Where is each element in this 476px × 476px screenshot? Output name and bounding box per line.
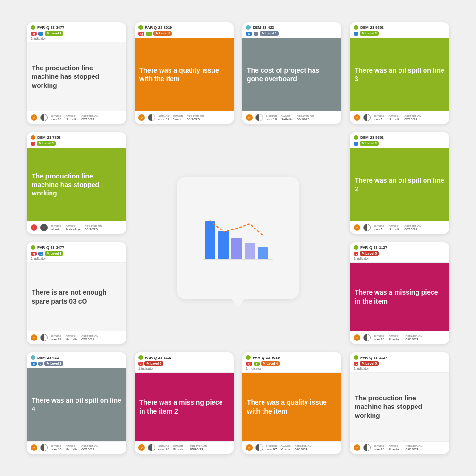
footer-info: AUTHORuser 10 OWNERNathalie CREATED ON06…: [266, 115, 338, 121]
indicator-text: 1 indicator: [31, 257, 122, 260]
footer-info: AUTHORuser 96 OWNERShantam CREATED ON05/…: [374, 445, 445, 451]
count-badge: 2: [246, 444, 253, 451]
card-id: PAR-Q-23-8019: [145, 26, 172, 30]
card-par-q-23-3477-2[interactable]: PAR-Q-23-3477 Q - ✎ Level 3 1 indicator …: [27, 242, 126, 344]
level-badge: ✎ Level 3: [45, 31, 64, 36]
action-badge: -: [38, 252, 43, 256]
card-par-q-23-1127-3[interactable]: PAR-Q-23-1127 - ✎ Level 5 1 indicator Th…: [350, 352, 449, 454]
card-message: There was an oil spill on line 3: [355, 66, 444, 83]
card-footer: 2 AUTHORuser 97 OWNERYoann CREATED ON06/…: [242, 441, 341, 454]
status-dot: [31, 135, 35, 140]
level-badge: ✎ Level 4: [261, 361, 280, 366]
level-badge: ✎ Level 5: [144, 361, 163, 366]
card-par-q-23-3477-1[interactable]: PAR-Q-23-3477 Q - ✎ Level 3 1 indicator …: [27, 22, 126, 124]
footer-info: AUTHORuser 98 OWNERNathalie CREATED ON05…: [51, 115, 122, 121]
type-badge: Q: [31, 32, 37, 36]
card-header: PAR-Q-23-1127 - ✎ Level 5 1 indicator: [350, 352, 449, 373]
status-dot: [246, 355, 251, 360]
footer-info: AUTHORuser 97 OWNERYoann CREATED ON05/10…: [158, 115, 230, 121]
level-badge: ✎ Level 3: [360, 31, 379, 36]
count-badge: 2: [138, 444, 145, 451]
avatar: [255, 444, 263, 451]
svg-rect-4: [258, 247, 268, 259]
action-badge: +: [146, 32, 152, 36]
action-badge: -: [138, 362, 143, 366]
card-dem-23-9602-1[interactable]: DEM-23-9602 - ✎ Level 3 There was an oil…: [350, 22, 449, 124]
card-header: PAR-Q-23-3477 Q - ✎ Level 3 1 indicator: [27, 22, 126, 42]
avatar: [40, 114, 48, 121]
card-par-q-23-1127-2[interactable]: PAR-Q-23-1127 - ✎ Level 5 1 indicator Th…: [135, 352, 234, 454]
card-id: PAR-Q-23-3477: [37, 26, 64, 30]
card-message: The production line machine has stopped …: [355, 394, 444, 420]
card-id: PAR-Q-23-8019: [253, 356, 280, 360]
indicator-text: 1 indicator: [354, 367, 445, 370]
card-body: There was an oil spill on line 2: [350, 148, 449, 221]
level-badge: ✎ Level 4: [153, 31, 172, 36]
level-badge: ✎ Level 1: [44, 361, 63, 366]
level-badge: ✎ Level 3: [360, 141, 379, 146]
card-message: There was a quality issue with the item: [139, 66, 229, 83]
chart-area: [135, 132, 341, 344]
card-header: DEM-23-422 C - ✎ Level 1: [242, 22, 341, 38]
status-dot: [31, 25, 35, 30]
count-badge: 2: [354, 114, 360, 121]
card-id: PAR-Q-23-3477: [37, 246, 64, 250]
card-id: DEM-23-9602: [360, 136, 384, 140]
card-header: DEM-23-7853 - ✎ Level 2: [27, 132, 126, 148]
svg-rect-3: [245, 243, 255, 259]
card-body: The cost of project has gone overboard: [242, 38, 341, 111]
action-badge: +: [254, 362, 259, 366]
card-dem-23-9602-2[interactable]: DEM-23-9602 - ✎ Level 3 There was an oil…: [350, 132, 449, 234]
card-header: PAR-Q-23-1127 - ✎ Level 5 1 indicator: [135, 352, 234, 373]
card-par-q-23-8019-2[interactable]: PAR-Q-23-8019 Q + ✎ Level 4 1 indicator …: [242, 352, 341, 454]
type-badge: Q: [31, 252, 37, 256]
card-dem-23-7853[interactable]: DEM-23-7853 - ✎ Level 2 The production l…: [27, 132, 126, 234]
card-message: There was a missing piece in the item: [355, 288, 444, 305]
count-badge: 2: [31, 334, 37, 341]
status-dot: [31, 245, 35, 250]
avatar: [40, 334, 48, 341]
bar-chart: [200, 207, 276, 269]
footer-info: AUTHORuser 98 OWNERNathalie CREATED ON05…: [51, 335, 122, 341]
card-dem-23-422-2[interactable]: DEM-23-422 C - ✎ Level 1 There was an oi…: [27, 352, 126, 454]
card-grid: PAR-Q-23-3477 Q - ✎ Level 3 1 indicator …: [13, 8, 463, 468]
card-id: DEM-23-9602: [360, 26, 384, 30]
card-id: DEM-23-7853: [37, 136, 61, 140]
footer-info: AUTHORuser 96 OWNERShantam CREATED ON05/…: [374, 335, 445, 341]
card-dem-23-422-1[interactable]: DEM-23-422 C - ✎ Level 1 The cost of pro…: [242, 22, 341, 124]
level-badge: ✎ Level 5: [360, 361, 379, 366]
card-body: There was an oil spill on line 4: [27, 368, 126, 441]
count-badge: 2: [31, 444, 37, 451]
footer-info: AUTHORuser 96 OWNERShantam CREATED ON05/…: [158, 445, 230, 451]
card-message: The production line machine has stopped …: [32, 64, 121, 90]
type-badge: C: [31, 362, 37, 366]
type-badge: C: [246, 32, 252, 36]
card-par-q-23-1127-1[interactable]: PAR-Q-23-1127 - ✎ Level 5 1 indicator Th…: [350, 242, 449, 344]
card-header: PAR-Q-23-3477 Q - ✎ Level 3 1 indicator: [27, 242, 126, 263]
action-badge: -: [38, 362, 43, 366]
card-id: PAR-Q-23-1127: [360, 356, 387, 360]
status-dot: [354, 135, 358, 140]
footer-info: AUTHORuser 5 OWNERNathalie CREATED ON06/…: [374, 225, 445, 231]
card-footer: 2 AUTHORuser 10 OWNERNathalie CREATED ON…: [27, 441, 126, 454]
card-footer: 2 AUTHORuser 98 OWNERNathalie CREATED ON…: [27, 331, 126, 344]
card-footer: 2 AUTHORuser 96 OWNERShantam CREATED ON0…: [350, 331, 449, 344]
card-body: There was an oil spill on line 3: [350, 38, 449, 111]
avatar: [148, 444, 155, 451]
level-badge: ✎ Level 3: [45, 251, 64, 256]
status-dot: [246, 25, 251, 30]
card-par-q-23-8019-1[interactable]: PAR-Q-23-8019 Q + ✎ Level 4 There was a …: [135, 22, 234, 124]
count-badge: 1: [31, 224, 37, 231]
card-message: There was a missing piece in the item 2: [139, 398, 229, 415]
avatar: [255, 114, 263, 121]
count-badge: 2: [31, 114, 37, 121]
type-badge: Q: [246, 362, 252, 366]
card-body: There was a missing piece in the item: [350, 263, 449, 331]
card-id: DEM-23-422: [253, 26, 274, 30]
indicator-text: 1 indicator: [31, 37, 122, 40]
action-badge: -: [38, 32, 43, 36]
svg-rect-2: [231, 238, 242, 259]
action-badge: -: [354, 362, 358, 366]
count-badge: 2: [138, 114, 145, 121]
footer-info: AUTHORad min OWNERAbdoulaye CREATED ON06…: [51, 225, 122, 231]
